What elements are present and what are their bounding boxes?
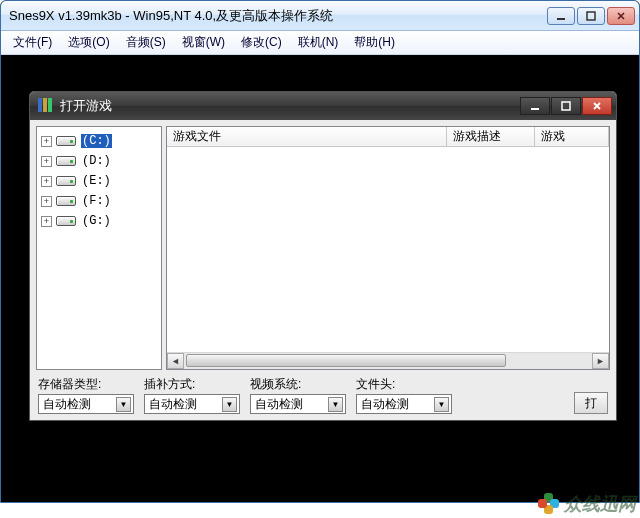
menu-file[interactable]: 文件(F) xyxy=(5,32,60,53)
tree-row-c[interactable]: +(C:) xyxy=(39,131,159,151)
chevron-down-icon: ▼ xyxy=(222,397,237,412)
file-header-select[interactable]: 自动检测▼ xyxy=(356,394,452,414)
menu-net[interactable]: 联机(N) xyxy=(290,32,347,53)
dialog-close-button[interactable] xyxy=(582,97,612,115)
drive-label: (E:) xyxy=(81,174,112,188)
menu-window[interactable]: 视窗(W) xyxy=(174,32,233,53)
minimize-icon xyxy=(556,11,566,21)
menubar: 文件(F) 选项(O) 音频(S) 视窗(W) 修改(C) 联机(N) 帮助(H… xyxy=(1,31,639,55)
dialog-maximize-button[interactable] xyxy=(551,97,581,115)
svg-rect-5 xyxy=(562,102,570,110)
list-body[interactable] xyxy=(167,147,609,352)
close-icon xyxy=(592,101,602,111)
tree-expand-icon[interactable]: + xyxy=(41,136,52,147)
horizontal-scrollbar[interactable]: ◄ ► xyxy=(167,352,609,369)
open-game-dialog: 打开游戏 +(C:) +(D:) +(E:) +(F:) +(G:) xyxy=(29,91,617,421)
menu-audio[interactable]: 音频(S) xyxy=(118,32,174,53)
drive-label: (G:) xyxy=(81,214,112,228)
tree-expand-icon[interactable]: + xyxy=(41,216,52,227)
close-button[interactable] xyxy=(607,7,635,25)
storage-type-group: 存储器类型: 自动检测▼ xyxy=(38,376,134,414)
patch-mode-label: 插补方式: xyxy=(144,376,240,393)
maximize-icon xyxy=(586,11,596,21)
main-window: Snes9X v1.39mk3b - Win95,NT 4.0,及更高版本操作系… xyxy=(0,0,640,503)
drive-icon xyxy=(56,136,76,146)
tree-expand-icon[interactable]: + xyxy=(41,156,52,167)
column-gamefile[interactable]: 游戏文件 xyxy=(167,127,447,146)
scroll-thumb[interactable] xyxy=(186,354,506,367)
dialog-minimize-button[interactable] xyxy=(520,97,550,115)
tree-row-g[interactable]: +(G:) xyxy=(39,211,159,231)
maximize-button[interactable] xyxy=(577,7,605,25)
tree-expand-icon[interactable]: + xyxy=(41,196,52,207)
tree-row-d[interactable]: +(D:) xyxy=(39,151,159,171)
drive-label: (D:) xyxy=(81,154,112,168)
file-list: 游戏文件 游戏描述 游戏 ◄ ► xyxy=(166,126,610,370)
tree-row-e[interactable]: +(E:) xyxy=(39,171,159,191)
patch-mode-group: 插补方式: 自动检测▼ xyxy=(144,376,240,414)
drive-icon xyxy=(56,196,76,206)
minimize-icon xyxy=(530,101,540,111)
video-system-group: 视频系统: 自动检测▼ xyxy=(250,376,346,414)
scroll-track[interactable] xyxy=(184,353,592,369)
patch-mode-value: 自动检测 xyxy=(149,396,222,413)
scroll-right-icon[interactable]: ► xyxy=(592,353,609,369)
dialog-body: +(C:) +(D:) +(E:) +(F:) +(G:) 游戏文件 游戏描述 … xyxy=(30,120,616,420)
video-system-select[interactable]: 自动检测▼ xyxy=(250,394,346,414)
maximize-icon xyxy=(561,101,571,111)
dialog-title: 打开游戏 xyxy=(60,97,520,115)
chevron-down-icon: ▼ xyxy=(116,397,131,412)
svg-rect-4 xyxy=(531,108,539,110)
chevron-down-icon: ▼ xyxy=(328,397,343,412)
dialog-titlebar[interactable]: 打开游戏 xyxy=(30,92,616,120)
drive-label: (F:) xyxy=(81,194,112,208)
panes: +(C:) +(D:) +(E:) +(F:) +(G:) 游戏文件 游戏描述 … xyxy=(36,126,610,370)
file-header-label: 文件头: xyxy=(356,376,452,393)
drive-tree[interactable]: +(C:) +(D:) +(E:) +(F:) +(G:) xyxy=(36,126,162,370)
dialog-window-buttons xyxy=(520,97,612,115)
file-header-group: 文件头: 自动检测▼ xyxy=(356,376,452,414)
main-title: Snes9X v1.39mk3b - Win95,NT 4.0,及更高版本操作系… xyxy=(9,7,547,25)
open-button-label: 打 xyxy=(585,395,597,412)
video-system-value: 自动检测 xyxy=(255,396,328,413)
video-system-label: 视频系统: xyxy=(250,376,346,393)
dialog-icon xyxy=(38,98,54,114)
window-buttons xyxy=(547,7,635,25)
column-description[interactable]: 游戏描述 xyxy=(447,127,535,146)
minimize-button[interactable] xyxy=(547,7,575,25)
drive-icon xyxy=(56,156,76,166)
svg-rect-0 xyxy=(557,18,565,20)
menu-help[interactable]: 帮助(H) xyxy=(346,32,403,53)
drive-label: (C:) xyxy=(81,134,112,148)
file-header-value: 自动检测 xyxy=(361,396,434,413)
drive-icon xyxy=(56,176,76,186)
list-header: 游戏文件 游戏描述 游戏 xyxy=(167,127,609,147)
menu-cheat[interactable]: 修改(C) xyxy=(233,32,290,53)
open-button[interactable]: 打 xyxy=(574,392,608,414)
options-row: 存储器类型: 自动检测▼ 插补方式: 自动检测▼ 视频系统: 自动检测▼ 文件头… xyxy=(36,374,610,414)
storage-type-value: 自动检测 xyxy=(43,396,116,413)
client-area: 打开游戏 +(C:) +(D:) +(E:) +(F:) +(G:) xyxy=(1,55,639,502)
storage-type-select[interactable]: 自动检测▼ xyxy=(38,394,134,414)
chevron-down-icon: ▼ xyxy=(434,397,449,412)
tree-expand-icon[interactable]: + xyxy=(41,176,52,187)
column-game[interactable]: 游戏 xyxy=(535,127,609,146)
patch-mode-select[interactable]: 自动检测▼ xyxy=(144,394,240,414)
tree-row-f[interactable]: +(F:) xyxy=(39,191,159,211)
scroll-left-icon[interactable]: ◄ xyxy=(167,353,184,369)
drive-icon xyxy=(56,216,76,226)
main-titlebar[interactable]: Snes9X v1.39mk3b - Win95,NT 4.0,及更高版本操作系… xyxy=(1,1,639,31)
close-icon xyxy=(616,11,626,21)
storage-type-label: 存储器类型: xyxy=(38,376,134,393)
menu-options[interactable]: 选项(O) xyxy=(60,32,117,53)
svg-rect-1 xyxy=(587,12,595,20)
